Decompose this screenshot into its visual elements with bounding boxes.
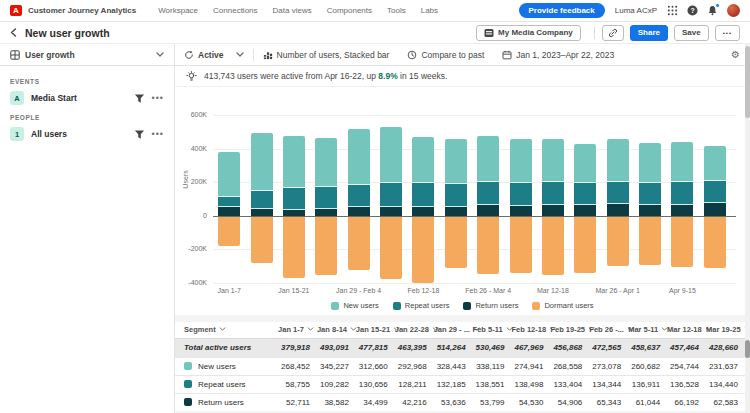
bar-repeat-users[interactable]	[218, 197, 240, 207]
vertical-scrollbar[interactable]	[745, 44, 750, 413]
bar-return-users[interactable]	[348, 207, 370, 216]
bar-return-users[interactable]	[315, 209, 337, 216]
bar-new-users[interactable]	[639, 143, 661, 183]
bar-new-users[interactable]	[380, 127, 402, 184]
bar-dormant-users[interactable]	[251, 217, 273, 262]
bar-return-users[interactable]	[574, 205, 596, 216]
column-header-week[interactable]: Feb 26 -...	[589, 322, 628, 338]
nav-item-labs[interactable]: Labs	[421, 6, 438, 15]
bar-new-users[interactable]	[315, 138, 337, 187]
column-header-week[interactable]: Jan 29 - ...	[434, 322, 473, 338]
column-header-week[interactable]: Jan 15-21	[356, 322, 395, 338]
filter-icon[interactable]	[134, 93, 145, 104]
bar-dormant-users[interactable]	[348, 217, 370, 270]
nav-item-components[interactable]: Components	[327, 6, 372, 15]
more-options-icon[interactable]: •••	[152, 130, 164, 139]
bar-dormant-users[interactable]	[315, 217, 337, 275]
column-header-week[interactable]: Jan 1-7	[278, 322, 317, 338]
column-header-week[interactable]: Mar 19-25	[706, 322, 745, 338]
bar-new-users[interactable]	[283, 136, 305, 189]
bar-return-users[interactable]	[477, 205, 499, 216]
legend-item-return-users[interactable]: Return users	[463, 301, 518, 310]
bar-repeat-users[interactable]	[607, 182, 629, 205]
bar-new-users[interactable]	[348, 129, 370, 184]
bar-repeat-users[interactable]	[639, 183, 661, 206]
bar-repeat-users[interactable]	[348, 185, 370, 207]
bar-repeat-users[interactable]	[510, 183, 532, 206]
bar-repeat-users[interactable]	[542, 182, 564, 205]
dimension-selector[interactable]: User growth	[0, 44, 175, 65]
bar-repeat-users[interactable]	[574, 183, 596, 206]
bar-repeat-users[interactable]	[445, 184, 467, 206]
more-options-icon[interactable]: •••	[152, 94, 164, 103]
bar-repeat-users[interactable]	[283, 188, 305, 210]
back-button[interactable]	[10, 28, 17, 37]
bar-dormant-users[interactable]	[639, 217, 661, 265]
compare-to-past-button[interactable]: Compare to past	[398, 44, 493, 65]
bar-dormant-users[interactable]	[380, 217, 402, 278]
bar-dormant-users[interactable]	[218, 217, 240, 246]
bar-repeat-users[interactable]	[315, 187, 337, 209]
more-actions-button[interactable]: •••	[715, 25, 740, 41]
bar-return-users[interactable]	[704, 203, 726, 215]
bar-return-users[interactable]	[283, 210, 305, 216]
company-selector-button[interactable]: My Media Company	[476, 25, 581, 41]
bar-new-users[interactable]	[251, 133, 273, 191]
bar-dormant-users[interactable]	[412, 217, 434, 283]
scrollbar-thumb[interactable]	[745, 46, 750, 118]
nav-item-tools[interactable]: Tools	[387, 6, 406, 15]
bar-repeat-users[interactable]	[251, 191, 273, 209]
bar-repeat-users[interactable]	[412, 183, 434, 206]
table-scrollbar-thumb[interactable]	[745, 340, 750, 358]
column-header-week[interactable]: Mar 12-18	[667, 322, 706, 338]
bar-new-users[interactable]	[477, 136, 499, 182]
bar-dormant-users[interactable]	[283, 217, 305, 277]
viz-type-button[interactable]: Number of users, Stacked bar	[254, 44, 399, 65]
bar-dormant-users[interactable]	[607, 217, 629, 266]
bar-return-users[interactable]	[671, 205, 693, 216]
provide-feedback-button[interactable]: Provide feedback	[519, 3, 605, 18]
bar-dormant-users[interactable]	[671, 217, 693, 267]
bar-repeat-users[interactable]	[671, 182, 693, 205]
get-link-button[interactable]	[602, 25, 624, 41]
date-range-picker[interactable]: Jan 1, 2023–Apr 22, 2023	[493, 44, 623, 65]
column-header-week[interactable]: Jan 22-28	[395, 322, 434, 338]
bar-new-users[interactable]	[574, 144, 596, 183]
column-header-week[interactable]: Mar 5-11	[628, 322, 667, 338]
org-name[interactable]: Luma ACxP	[615, 6, 657, 15]
bar-new-users[interactable]	[218, 152, 240, 197]
bar-return-users[interactable]	[445, 207, 467, 216]
bar-new-users[interactable]	[445, 139, 467, 184]
event-item-media-start[interactable]: A Media Start •••	[10, 91, 164, 105]
legend-item-new-users[interactable]: New users	[331, 301, 378, 310]
people-item-all-users[interactable]: 1 All users •••	[10, 127, 164, 141]
bar-return-users[interactable]	[412, 207, 434, 216]
help-icon[interactable]: ?	[687, 5, 698, 16]
bar-return-users[interactable]	[607, 204, 629, 215]
bar-return-users[interactable]	[542, 205, 564, 216]
user-avatar[interactable]	[727, 4, 740, 17]
bar-new-users[interactable]	[412, 137, 434, 183]
save-button[interactable]: Save	[674, 25, 709, 41]
nav-item-workspace[interactable]: Workspace	[158, 6, 198, 15]
bar-dormant-users[interactable]	[445, 217, 467, 267]
share-button[interactable]: Share	[630, 25, 668, 41]
notifications-bell-icon[interactable]	[707, 5, 718, 16]
bar-dormant-users[interactable]	[574, 217, 596, 272]
bar-dormant-users[interactable]	[510, 217, 532, 272]
bar-new-users[interactable]	[607, 139, 629, 181]
legend-item-repeat-users[interactable]: Repeat users	[393, 301, 450, 310]
bar-repeat-users[interactable]	[477, 182, 499, 205]
bar-repeat-users[interactable]	[380, 183, 402, 206]
filter-icon[interactable]	[134, 129, 145, 140]
column-header-week[interactable]: Jan 8-14	[317, 322, 356, 338]
bar-new-users[interactable]	[542, 139, 564, 182]
nav-item-data-views[interactable]: Data views	[273, 6, 312, 15]
bar-new-users[interactable]	[510, 139, 532, 183]
bar-new-users[interactable]	[704, 146, 726, 181]
app-switcher-icon[interactable]	[667, 5, 678, 16]
bar-return-users[interactable]	[251, 209, 273, 215]
status-dropdown[interactable]: Active	[175, 44, 253, 65]
nav-item-connections[interactable]: Connections	[213, 6, 257, 15]
bar-repeat-users[interactable]	[704, 181, 726, 203]
